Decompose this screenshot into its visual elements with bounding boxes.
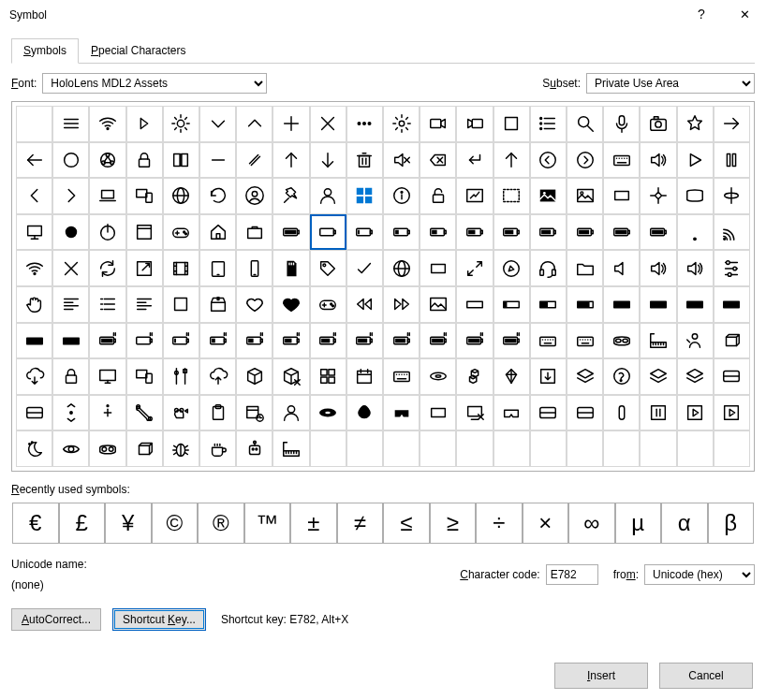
- symbol-cell[interactable]: [163, 178, 199, 214]
- symbol-cell[interactable]: [346, 250, 383, 286]
- symbol-cell[interactable]: [89, 430, 125, 467]
- autocorrect-button[interactable]: AutoCorrect...: [11, 608, 101, 631]
- symbol-cell[interactable]: [530, 214, 567, 251]
- symbol-cell[interactable]: [126, 323, 163, 359]
- recent-symbol[interactable]: µ: [615, 503, 662, 544]
- symbol-cell[interactable]: [273, 250, 309, 286]
- symbol-cell[interactable]: [677, 178, 714, 214]
- symbol-cell[interactable]: [714, 142, 750, 179]
- symbol-cell[interactable]: [530, 395, 567, 431]
- symbol-cell[interactable]: [273, 395, 309, 431]
- symbol-cell[interactable]: [640, 178, 676, 214]
- symbol-cell[interactable]: [383, 430, 420, 467]
- symbol-cell[interactable]: [52, 250, 89, 286]
- symbol-cell[interactable]: [236, 323, 273, 359]
- symbol-cell[interactable]: [89, 250, 125, 286]
- symbol-cell[interactable]: [714, 250, 750, 286]
- shortcut-key-button[interactable]: Shortcut Key...: [112, 608, 206, 631]
- recent-symbol[interactable]: ™: [244, 503, 291, 544]
- symbol-cell[interactable]: [310, 106, 346, 142]
- symbol-cell[interactable]: [310, 286, 346, 323]
- symbol-cell[interactable]: [567, 286, 603, 323]
- recent-symbol[interactable]: ±: [290, 503, 337, 544]
- symbol-cell[interactable]: [346, 106, 383, 142]
- symbol-cell[interactable]: [567, 178, 603, 214]
- symbol-cell[interactable]: [383, 178, 420, 214]
- symbol-cell[interactable]: [567, 323, 603, 359]
- symbol-cell[interactable]: [89, 323, 125, 359]
- symbol-cell[interactable]: [714, 286, 750, 323]
- symbol-cell[interactable]: [163, 142, 199, 179]
- symbol-cell[interactable]: [236, 178, 273, 214]
- symbol-cell[interactable]: [52, 178, 89, 214]
- symbol-cell[interactable]: [530, 323, 567, 359]
- tab-symbols[interactable]: Symbols: [11, 38, 79, 64]
- symbol-cell[interactable]: [603, 214, 640, 251]
- symbol-cell[interactable]: [456, 178, 493, 214]
- symbol-cell[interactable]: [567, 395, 603, 431]
- symbol-cell[interactable]: [677, 142, 714, 179]
- symbol-cell[interactable]: [493, 142, 530, 179]
- symbol-cell[interactable]: [199, 214, 236, 251]
- symbol-cell[interactable]: [603, 178, 640, 214]
- symbol-cell[interactable]: [530, 358, 567, 395]
- symbol-cell[interactable]: [273, 323, 309, 359]
- symbol-cell[interactable]: [383, 323, 420, 359]
- symbol-cell[interactable]: [16, 323, 52, 359]
- symbol-cell[interactable]: [52, 214, 89, 251]
- symbol-cell[interactable]: [567, 250, 603, 286]
- symbol-cell[interactable]: [640, 323, 676, 359]
- cancel-button[interactable]: Cancel: [659, 663, 753, 689]
- symbol-cell[interactable]: [456, 250, 493, 286]
- symbol-cell[interactable]: [199, 178, 236, 214]
- symbol-cell[interactable]: [52, 430, 89, 467]
- symbol-cell[interactable]: [677, 250, 714, 286]
- symbol-cell[interactable]: [126, 395, 163, 431]
- symbol-cell[interactable]: [16, 430, 52, 467]
- symbol-cell[interactable]: [346, 430, 383, 467]
- symbol-cell[interactable]: [273, 142, 309, 179]
- symbol-cell[interactable]: [420, 178, 456, 214]
- symbol-cell[interactable]: [603, 323, 640, 359]
- symbol-cell[interactable]: [16, 142, 52, 179]
- symbol-cell[interactable]: [126, 430, 163, 467]
- symbol-cell[interactable]: [383, 106, 420, 142]
- symbol-cell[interactable]: [420, 214, 456, 251]
- symbol-cell[interactable]: [273, 106, 309, 142]
- symbol-cell[interactable]: [346, 178, 383, 214]
- symbol-cell[interactable]: [677, 358, 714, 395]
- symbol-cell[interactable]: [163, 286, 199, 323]
- symbol-cell[interactable]: [163, 214, 199, 251]
- symbol-cell[interactable]: [126, 286, 163, 323]
- symbol-cell[interactable]: [420, 106, 456, 142]
- symbol-cell[interactable]: [163, 358, 199, 395]
- symbol-cell[interactable]: [383, 214, 420, 251]
- symbol-cell[interactable]: [236, 358, 273, 395]
- symbol-cell[interactable]: [603, 106, 640, 142]
- insert-button[interactable]: Insert: [554, 663, 648, 689]
- recent-symbol[interactable]: ≤: [383, 503, 430, 544]
- symbol-cell[interactable]: [640, 142, 676, 179]
- symbol-cell[interactable]: [640, 106, 676, 142]
- symbol-cell[interactable]: [273, 214, 309, 251]
- font-dropdown[interactable]: HoloLens MDL2 Assets: [42, 73, 267, 94]
- symbol-cell[interactable]: [456, 142, 493, 179]
- symbol-cell[interactable]: [493, 358, 530, 395]
- symbol-cell[interactable]: [89, 395, 125, 431]
- symbol-cell[interactable]: [456, 323, 493, 359]
- symbol-cell[interactable]: [126, 358, 163, 395]
- symbol-cell[interactable]: [530, 178, 567, 214]
- symbol-cell[interactable]: [383, 286, 420, 323]
- symbol-cell[interactable]: [383, 142, 420, 179]
- symbol-cell[interactable]: [310, 430, 346, 467]
- recent-symbol[interactable]: ≠: [337, 503, 384, 544]
- symbol-cell[interactable]: [714, 395, 750, 431]
- symbol-cell[interactable]: [530, 286, 567, 323]
- symbol-cell[interactable]: [677, 286, 714, 323]
- symbol-cell[interactable]: [383, 250, 420, 286]
- symbol-cell[interactable]: [493, 106, 530, 142]
- symbol-cell[interactable]: [199, 395, 236, 431]
- symbol-cell[interactable]: [677, 106, 714, 142]
- recent-symbols-grid[interactable]: €£¥©®™±≠≤≥÷×∞µαβ: [11, 502, 755, 545]
- symbol-cell[interactable]: [640, 395, 676, 431]
